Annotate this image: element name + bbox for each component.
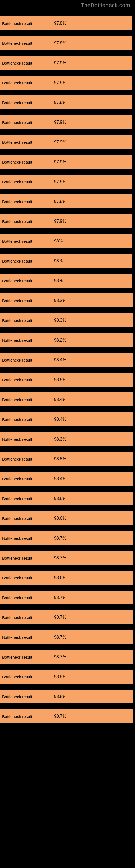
bar-value: 98% xyxy=(54,258,63,264)
bar-row: Bottleneck result98.5% xyxy=(0,373,135,386)
bar-row: Bottleneck result98.3% xyxy=(0,432,135,446)
bar-row: Bottleneck result98.7% xyxy=(0,551,135,565)
bar-row: Bottleneck result98.5% xyxy=(0,452,135,466)
bar-value: 98% xyxy=(54,278,63,283)
table-row: Bottleneck result98.5% xyxy=(0,367,135,386)
page-header: TheBottleneck.com xyxy=(0,0,135,10)
bar-value: 98.7% xyxy=(54,654,66,659)
bar-value: 97.9% xyxy=(54,179,66,184)
bar-value: 98.7% xyxy=(54,714,66,719)
bar-label: Bottleneck result xyxy=(2,61,32,65)
bar-label: Bottleneck result xyxy=(2,298,32,303)
bar-value: 98.3% xyxy=(54,318,66,323)
bar-label: Bottleneck result xyxy=(2,239,32,243)
bar-label: Bottleneck result xyxy=(2,159,32,164)
bar-value: 98.2% xyxy=(54,298,66,303)
table-row: Bottleneck result98.3% xyxy=(0,307,135,327)
bar-label: Bottleneck result xyxy=(2,41,32,45)
bar-row: Bottleneck result97.9% xyxy=(0,115,135,129)
bar-value: 98.4% xyxy=(54,476,66,481)
bar-label: Bottleneck result xyxy=(2,674,32,679)
bar-value: 98.8% xyxy=(54,694,66,699)
bar-row: Bottleneck result98.6% xyxy=(0,511,135,525)
table-row: Bottleneck result98.7% xyxy=(0,703,135,723)
bar-row: Bottleneck result98.7% xyxy=(0,709,135,723)
bar-label: Bottleneck result xyxy=(2,278,32,283)
bar-value: 98.5% xyxy=(54,377,66,382)
table-row: Bottleneck result98.4% xyxy=(0,406,135,426)
bar-value: 98.7% xyxy=(54,595,66,600)
table-row: Bottleneck result98% xyxy=(0,228,135,248)
bar-value: 97.9% xyxy=(54,140,66,145)
bar-row: Bottleneck result98.6% xyxy=(0,571,135,585)
table-row: Bottleneck result98.7% xyxy=(0,604,135,624)
bar-row: Bottleneck result98% xyxy=(0,274,135,287)
bar-value: 97.9% xyxy=(54,159,66,164)
bar-value: 98.6% xyxy=(54,516,66,521)
bar-value: 97.9% xyxy=(54,219,66,224)
bar-row: Bottleneck result97.9% xyxy=(0,155,135,169)
table-row: Bottleneck result98.7% xyxy=(0,545,135,565)
bar-label: Bottleneck result xyxy=(2,21,32,26)
bar-value: 97.9% xyxy=(54,80,66,85)
bar-value: 98% xyxy=(54,239,63,244)
bar-label: Bottleneck result xyxy=(2,437,32,441)
bar-label: Bottleneck result xyxy=(2,615,32,620)
bar-label: Bottleneck result xyxy=(2,496,32,501)
table-row: Bottleneck result98.7% xyxy=(0,644,135,664)
bar-label: Bottleneck result xyxy=(2,635,32,639)
table-row: Bottleneck result98.7% xyxy=(0,585,135,604)
bar-row: Bottleneck result98.3% xyxy=(0,313,135,327)
table-row: Bottleneck result97.9% xyxy=(0,70,135,90)
bar-value: 98.7% xyxy=(54,635,66,640)
bar-value: 98.4% xyxy=(54,358,66,362)
bar-label: Bottleneck result xyxy=(2,457,32,461)
bar-value: 98.2% xyxy=(54,338,66,343)
table-row: Bottleneck result98.6% xyxy=(0,486,135,505)
table-row: Bottleneck result98.5% xyxy=(0,446,135,466)
bar-label: Bottleneck result xyxy=(2,258,32,263)
bar-label: Bottleneck result xyxy=(2,417,32,422)
bar-row: Bottleneck result97.9% xyxy=(0,175,135,188)
bar-row: Bottleneck result98.2% xyxy=(0,333,135,347)
bar-value: 97.9% xyxy=(54,61,66,65)
bar-row: Bottleneck result98.4% xyxy=(0,353,135,367)
bar-row: Bottleneck result98% xyxy=(0,254,135,268)
table-row: Bottleneck result98.4% xyxy=(0,386,135,406)
table-row: Bottleneck result97.9% xyxy=(0,188,135,208)
table-row: Bottleneck result97.9% xyxy=(0,90,135,109)
table-row: Bottleneck result98.8% xyxy=(0,684,135,703)
bar-label: Bottleneck result xyxy=(2,140,32,144)
bar-label: Bottleneck result xyxy=(2,120,32,124)
table-row: Bottleneck result98.2% xyxy=(0,327,135,347)
bar-label: Bottleneck result xyxy=(2,595,32,600)
bar-label: Bottleneck result xyxy=(2,694,32,699)
bar-value: 97.8% xyxy=(54,21,66,26)
bar-row: Bottleneck result97.9% xyxy=(0,95,135,109)
bar-row: Bottleneck result98% xyxy=(0,234,135,248)
table-row: Bottleneck result98.4% xyxy=(0,466,135,486)
bar-value: 98.4% xyxy=(54,417,66,422)
table-row: Bottleneck result98% xyxy=(0,268,135,287)
bar-row: Bottleneck result98.4% xyxy=(0,472,135,486)
table-row: Bottleneck result98.2% xyxy=(0,287,135,307)
bar-value: 98.6% xyxy=(54,575,66,580)
bar-row: Bottleneck result98.8% xyxy=(0,689,135,703)
bar-row: Bottleneck result98.4% xyxy=(0,393,135,406)
bar-label: Bottleneck result xyxy=(2,556,32,560)
bar-label: Bottleneck result xyxy=(2,318,32,322)
table-row: Bottleneck result98.7% xyxy=(0,624,135,644)
bar-row: Bottleneck result98.7% xyxy=(0,590,135,604)
bar-row: Bottleneck result98.7% xyxy=(0,610,135,624)
bar-label: Bottleneck result xyxy=(2,199,32,204)
bar-label: Bottleneck result xyxy=(2,100,32,105)
table-row: Bottleneck result97.9% xyxy=(0,50,135,70)
bar-label: Bottleneck result xyxy=(2,219,32,223)
bar-label: Bottleneck result xyxy=(2,575,32,580)
table-row: Bottleneck result97.9% xyxy=(0,109,135,129)
table-row: Bottleneck result98.4% xyxy=(0,347,135,367)
bar-value: 98.7% xyxy=(54,556,66,560)
bar-row: Bottleneck result98.4% xyxy=(0,412,135,426)
bar-value: 98.4% xyxy=(54,397,66,402)
bar-row: Bottleneck result97.8% xyxy=(0,16,135,30)
